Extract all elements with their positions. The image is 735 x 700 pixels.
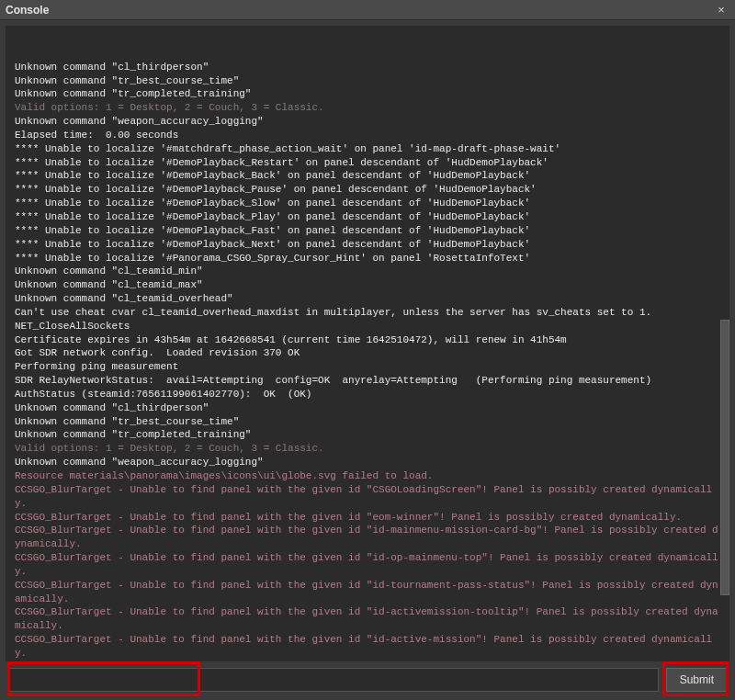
console-line: Unknown command "cl_thirdperson" xyxy=(15,401,720,415)
titlebar: Console × xyxy=(0,0,735,20)
console-line: **** Unable to localize '#DemoPlayback_N… xyxy=(15,238,720,252)
console-line: **** Unable to localize '#DemoPlayback_B… xyxy=(15,169,720,183)
console-output: Unknown command "cl_thirdperson"Unknown … xyxy=(6,26,729,661)
console-line: **** Unable to localize '#DemoPlayback_R… xyxy=(15,156,720,170)
console-line: Unknown command "cl_thirdperson" xyxy=(15,61,720,74)
console-line: Can't use cheat cvar cl_teamid_overhead_… xyxy=(15,306,720,320)
console-line: NET_CloseAllSockets xyxy=(15,320,720,333)
console-line: **** Unable to localize '#Panorama_CSGO_… xyxy=(15,252,720,265)
console-line: AuthStatus (steamid:76561199061402770): … xyxy=(15,388,720,401)
console-line: **** Unable to localize '#DemoPlayback_S… xyxy=(15,197,720,210)
console-line: **** Unable to localize '#DemoPlayback_F… xyxy=(15,224,720,238)
console-input-bar: Submit xyxy=(0,667,735,700)
console-line: Performing ping measurement xyxy=(15,360,720,374)
console-line: CCSGO_BlurTarget - Unable to find panel … xyxy=(15,660,720,661)
console-line: CCSGO_BlurTarget - Unable to find panel … xyxy=(15,551,720,579)
console-line: Unknown command "tr_completed_training" xyxy=(15,428,720,442)
console-line: CCSGO_BlurTarget - Unable to find panel … xyxy=(15,511,720,525)
console-line: CCSGO_BlurTarget - Unable to find panel … xyxy=(15,579,720,606)
console-line: Resource materials\panorama\images\icons… xyxy=(15,469,720,483)
console-line: Unknown command "tr_completed_training" xyxy=(15,87,720,101)
window-title: Console xyxy=(6,4,713,17)
console-line: Unknown command "tr_best_course_time" xyxy=(15,415,720,429)
console-line: CCSGO_BlurTarget - Unable to find panel … xyxy=(15,633,720,660)
console-line: Unknown command "tr_best_course_time" xyxy=(15,74,720,88)
console-line: Unknown command "weapon_accuracy_logging… xyxy=(15,456,720,469)
submit-button[interactable]: Submit xyxy=(666,668,728,692)
console-line: Unknown command "weapon_accuracy_logging… xyxy=(15,115,720,129)
console-line: SDR RelayNetworkStatus: avail=Attempting… xyxy=(15,374,720,388)
console-line: Valid options: 1 = Desktop, 2 = Couch, 3… xyxy=(15,101,720,115)
console-line: Elapsed time: 0.00 seconds xyxy=(15,129,720,142)
console-line: **** Unable to localize '#DemoPlayback_P… xyxy=(15,210,720,224)
console-line: Unknown command "cl_teamid_overhead" xyxy=(15,292,720,306)
console-line: **** Unable to localize '#matchdraft_pha… xyxy=(15,142,720,156)
console-line: Certificate expires in 43h54m at 1642668… xyxy=(15,333,720,347)
console-line: CCSGO_BlurTarget - Unable to find panel … xyxy=(15,524,720,551)
console-line: Unknown command "cl_teamid_min" xyxy=(15,265,720,278)
close-icon[interactable]: × xyxy=(713,2,729,18)
scrollbar-thumb[interactable] xyxy=(720,320,729,595)
console-line: CCSGO_BlurTarget - Unable to find panel … xyxy=(15,605,720,633)
console-window: Console × Unknown command "cl_thirdperso… xyxy=(0,0,735,700)
console-line: Unknown command "cl_teamid_max" xyxy=(15,278,720,292)
console-line: CCSGO_BlurTarget - Unable to find panel … xyxy=(15,483,720,511)
console-line: Got SDR network config. Loaded revision … xyxy=(15,346,720,360)
console-command-input[interactable] xyxy=(7,668,659,692)
console-line: **** Unable to localize '#DemoPlayback_P… xyxy=(15,183,720,197)
console-line: Valid options: 1 = Desktop, 2 = Couch, 3… xyxy=(15,442,720,456)
